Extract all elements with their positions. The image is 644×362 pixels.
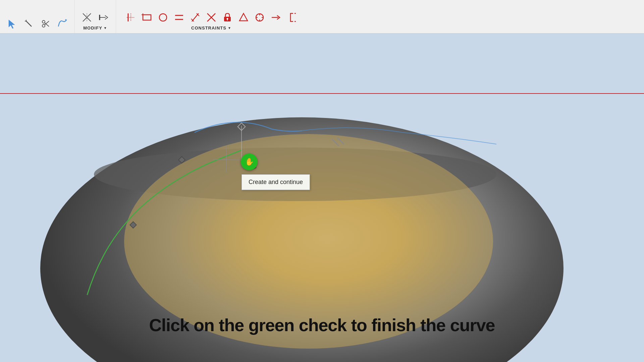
constraints-dropdown-arrow: ▼ [228,26,231,30]
diagonal-slash-icon[interactable] [189,11,202,24]
modify-dropdown-arrow: ▼ [104,26,107,30]
drawing-canvas [0,34,644,362]
extend-icon[interactable] [97,11,110,24]
scissors-icon[interactable] [39,17,52,31]
line-sketch-icon[interactable] [22,17,36,31]
rectangle-sketch-icon[interactable] [140,11,154,24]
trim-icon[interactable] [80,11,94,24]
toolbar: MODIFY ▼ [0,0,644,34]
toolbar-section-modify: MODIFY ▼ [75,0,116,33]
svg-point-3 [42,24,45,27]
constraints-label[interactable]: CONSTRAINTS ▼ [191,25,231,31]
instruction-text: Click on the green check to finish the c… [0,315,644,335]
curve-icon[interactable] [56,17,69,31]
cross-diagonal-icon[interactable] [205,11,218,24]
svg-rect-15 [143,15,151,20]
line-vertical-icon[interactable] [124,11,138,24]
arrow-right-icon[interactable] [269,11,282,24]
triangle-icon[interactable] [237,11,250,24]
svg-point-27 [227,18,228,20]
svg-line-0 [26,21,32,26]
circle-outline-icon[interactable] [253,11,266,24]
select-arrow-icon[interactable] [5,17,19,31]
svg-point-4 [42,20,45,23]
create-continue-tooltip: Create and continue [241,174,310,190]
toolbar-section-sketch-icons: CONSTRAINTS ▼ [116,0,307,33]
lock-constraint-icon[interactable] [221,11,234,24]
circle-sketch-icon[interactable] [156,11,170,24]
green-check-button[interactable] [241,154,258,170]
parallel-lines-icon[interactable] [172,11,186,24]
svg-point-18 [159,14,167,21]
modify-label[interactable]: MODIFY ▼ [83,25,107,31]
bracket-icon[interactable] [285,11,299,24]
toolbar-section-tools [0,0,75,33]
canvas-area: Create and continue Click on the green c… [0,34,644,362]
